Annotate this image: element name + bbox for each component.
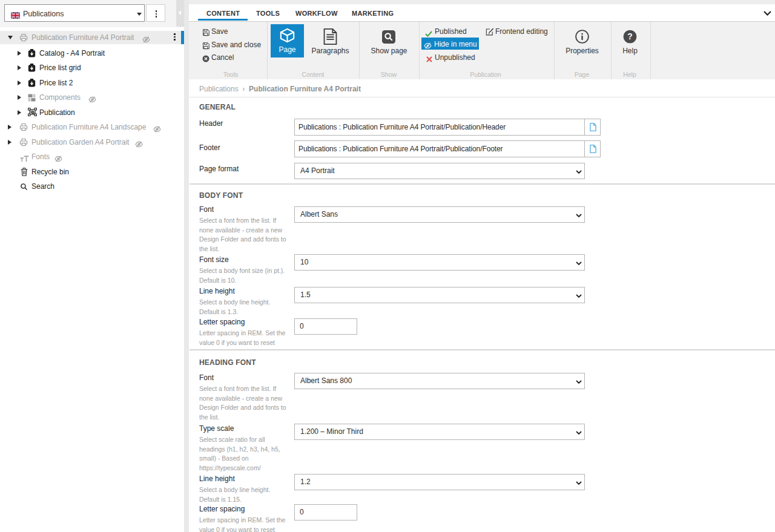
svg-text:?: ? xyxy=(627,31,632,41)
